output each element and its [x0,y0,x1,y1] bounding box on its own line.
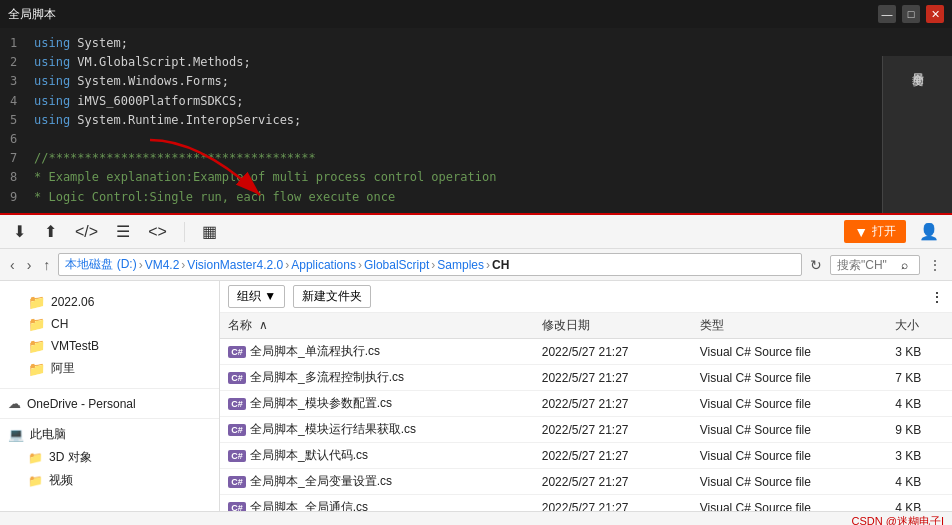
folder-icon: 📁 [28,338,45,354]
toolbar: ⬇ ⬆ </> ☰ <> ▦ ▼ 打开 👤 [0,213,952,249]
organize-button[interactable]: 组织 ▼ [228,285,285,308]
file-name-cell: C# 全局脚本_默认代码.cs [220,443,534,469]
file-name-cell: C# 全局脚本_模块参数配置.cs [220,391,534,417]
file-name: 全局脚本_全局通信.cs [250,499,368,511]
folder-icon: 📁 [28,316,45,332]
file-name: 全局脚本_模块参数配置.cs [250,395,392,412]
file-date: 2022/5/27 21:27 [534,417,692,443]
file-size: 9 KB [887,417,952,443]
table-row[interactable]: C# 全局脚本_单流程执行.cs 2022/5/27 21:27 Visual … [220,339,952,365]
file-type: Visual C# Source file [692,495,888,512]
breadcrumb-item-0[interactable]: 本地磁盘 (D:) [65,256,136,273]
file-type: Visual C# Source file [692,417,888,443]
col-type[interactable]: 类型 [692,313,888,339]
sidebar-item-vmtestb[interactable]: 📁 VMTestB [8,335,211,357]
close-button[interactable]: ✕ [926,5,944,23]
breadcrumb[interactable]: 本地磁盘 (D:) › VM4.2 › VisionMaster4.2.0 › … [58,253,802,276]
breadcrumb-item-3[interactable]: Applications [291,258,356,272]
maximize-button[interactable]: □ [902,5,920,23]
search-box: ⌕ [830,255,920,275]
sidebar-item-label-onedrive: OneDrive - Personal [27,397,136,411]
code-line-7: 7 //************************************… [10,149,942,168]
breadcrumb-item-5[interactable]: Samples [437,258,484,272]
sidebar-section-folders: 📁 2022.06 📁 CH 📁 VMTestB 📁 阿里 [0,287,219,384]
upload-button[interactable]: ⬆ [39,219,62,244]
open-button[interactable]: ▼ 打开 [844,220,906,243]
breadcrumb-item-2[interactable]: VisionMaster4.2.0 [187,258,283,272]
table-row[interactable]: C# 全局脚本_多流程控制执行.cs 2022/5/27 21:27 Visua… [220,365,952,391]
folder-icon: 📁 [28,294,45,310]
sidebar-item-pc[interactable]: 💻 此电脑 [0,423,219,446]
right-panel: 全局变量 [882,56,952,213]
table-row[interactable]: C# 全局脚本_默认代码.cs 2022/5/27 21:27 Visual C… [220,443,952,469]
folder-icon: 📁 [28,474,43,488]
file-area: 组织 ▼ 新建文件夹 ⋮ 名称 ∧ 修改日期 [220,281,952,511]
search-icon: ⌕ [901,258,908,272]
sidebar-item-video[interactable]: 📁 视频 [0,469,219,492]
table-row[interactable]: C# 全局脚本_全局通信.cs 2022/5/27 21:27 Visual C… [220,495,952,512]
sidebar-item-label-2022: 2022.06 [51,295,94,309]
file-date: 2022/5/27 21:27 [534,339,692,365]
code-editor: 1 using System; 2 using VM.GlobalScript.… [0,28,952,213]
divider-1 [0,388,219,389]
person-button[interactable]: 👤 [914,219,944,244]
file-type: Visual C# Source file [692,339,888,365]
file-size: 3 KB [887,443,952,469]
embed-button[interactable]: <> [143,220,172,244]
sidebar-item-3d[interactable]: 📁 3D 对象 [0,446,219,469]
file-name-cell: C# 全局脚本_单流程执行.cs [220,339,534,365]
download-button[interactable]: ⬇ [8,219,31,244]
file-date: 2022/5/27 21:27 [534,365,692,391]
sidebar-item-onedrive[interactable]: ☁ OneDrive - Personal [0,393,219,414]
file-name: 全局脚本_多流程控制执行.cs [250,369,404,386]
code-line-1: 1 using System; [10,34,942,53]
file-toolbar: 组织 ▼ 新建文件夹 ⋮ [220,281,952,313]
cs-icon: C# [228,346,246,358]
breadcrumb-item-4[interactable]: GlobalScript [364,258,429,272]
window-controls: — □ ✕ [878,5,944,23]
refresh-button[interactable]: ↻ [806,255,826,275]
breadcrumb-item-6[interactable]: CH [492,258,509,272]
file-size: 3 KB [887,339,952,365]
nav-back-button[interactable]: ‹ [6,255,19,275]
file-size: 4 KB [887,469,952,495]
nav-up-button[interactable]: ↑ [39,255,54,275]
more-options-button[interactable]: ⋮ [924,255,946,275]
nav-forward-button[interactable]: › [23,255,36,275]
app-window: 全局脚本 — □ ✕ 1 using System; 2 using VM.Gl… [0,0,952,525]
file-size: 7 KB [887,365,952,391]
file-name-cell: C# 全局脚本_模块运行结果获取.cs [220,417,534,443]
open-icon: ▼ [854,224,868,240]
file-name-cell: C# 全局脚本_多流程控制执行.cs [220,365,534,391]
code-line-4: 4 using iMVS_6000PlatformSDKCS; [10,92,942,111]
search-input[interactable] [837,258,897,272]
table-row[interactable]: C# 全局脚本_模块运行结果获取.cs 2022/5/27 21:27 Visu… [220,417,952,443]
breadcrumb-item-1[interactable]: VM4.2 [145,258,180,272]
cs-icon: C# [228,450,246,462]
code-line-2: 2 using VM.GlobalScript.Methods; [10,53,942,72]
new-folder-button[interactable]: 新建文件夹 [293,285,371,308]
col-size[interactable]: 大小 [887,313,952,339]
table-row[interactable]: C# 全局脚本_全局变量设置.cs 2022/5/27 21:27 Visual… [220,469,952,495]
minimize-button[interactable]: — [878,5,896,23]
sidebar-item-ali[interactable]: 📁 阿里 [8,357,211,380]
cs-icon: C# [228,502,246,512]
sidebar-item-label-ch: CH [51,317,68,331]
file-table: 名称 ∧ 修改日期 类型 大小 C# 全局脚本_单流程执行.cs 2022/5/… [220,313,952,511]
view-options: ⋮ [930,289,944,305]
code-line-8: 8 * Example explanation:Example of multi… [10,168,942,187]
sidebar-item-label-vmtestb: VMTestB [51,339,99,353]
layout-button[interactable]: ▦ [197,219,222,244]
table-row[interactable]: C# 全局脚本_模块参数配置.cs 2022/5/27 21:27 Visual… [220,391,952,417]
sidebar-item-ch[interactable]: 📁 CH [8,313,211,335]
code-button[interactable]: </> [70,220,103,244]
pc-icon: 💻 [8,427,24,442]
col-name[interactable]: 名称 ∧ [220,313,534,339]
cs-icon: C# [228,476,246,488]
file-date: 2022/5/27 21:27 [534,391,692,417]
col-date[interactable]: 修改日期 [534,313,692,339]
sidebar-item-2022[interactable]: 📁 2022.06 [8,291,211,313]
status-bar: CSDN @迷糊电子I [0,511,952,525]
list-button[interactable]: ☰ [111,219,135,244]
sidebar-item-label-video: 视频 [49,472,73,489]
